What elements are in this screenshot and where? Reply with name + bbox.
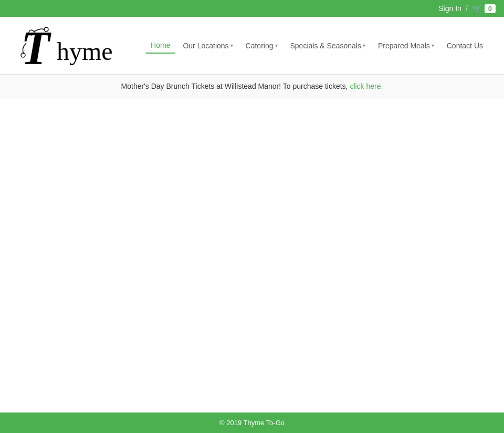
nav-item-home[interactable]: Home [145, 38, 175, 54]
footer-copyright: © 2019 Thyme To-Go [219, 419, 285, 427]
cart-icon-wrap[interactable]: 🛒 0 [472, 4, 496, 14]
announcement-banner: Mother's Day Brunch Tickets at Willistea… [0, 75, 504, 98]
top-bar-right: Sign In / 🛒 0 [438, 4, 496, 14]
svg-text:T: T [21, 22, 51, 69]
nav-item-specials[interactable]: Specials & Seasonals ▾ [285, 38, 371, 53]
dropdown-caret: ▾ [275, 43, 278, 48]
cart-count-badge: 0 [485, 4, 496, 13]
announcement-link[interactable]: click here. [350, 82, 383, 90]
dropdown-caret: ▾ [432, 43, 434, 48]
divider: / [466, 4, 468, 13]
svg-text:hyme: hyme [57, 37, 113, 65]
cart-icon: 🛒 [472, 4, 482, 14]
nav-item-prepared-meals[interactable]: Prepared Meals ▾ [373, 38, 439, 53]
nav-item-catering[interactable]: Catering ▾ [240, 38, 283, 53]
footer: © 2019 Thyme To-Go [0, 413, 504, 433]
page-wrapper: Sign In / 🛒 0 T hyme [0, 0, 504, 433]
nav-item-contact[interactable]: Contact Us [442, 38, 488, 53]
main-grid: RESTAURANT CATERING PREPARED MEALS [0, 98, 504, 125]
logo-wrap[interactable]: T hyme [16, 22, 131, 69]
header: T hyme Home Our Locations ▾ Catering ▾ [0, 17, 504, 75]
main-nav: Home Our Locations ▾ Catering ▾ Specials… [145, 38, 488, 54]
nav-item-our-locations[interactable]: Our Locations ▾ [177, 38, 238, 53]
content-area: Mother's Day Brunch Tickets at Willistea… [0, 75, 504, 413]
dropdown-caret: ▾ [230, 43, 233, 48]
dropdown-caret: ▾ [363, 43, 365, 48]
sign-in-link[interactable]: Sign In [438, 4, 461, 13]
top-bar: Sign In / 🛒 0 [0, 0, 504, 17]
logo-svg: T hyme [16, 22, 131, 69]
announcement-text: Mother's Day Brunch Tickets at Willistea… [121, 82, 348, 90]
